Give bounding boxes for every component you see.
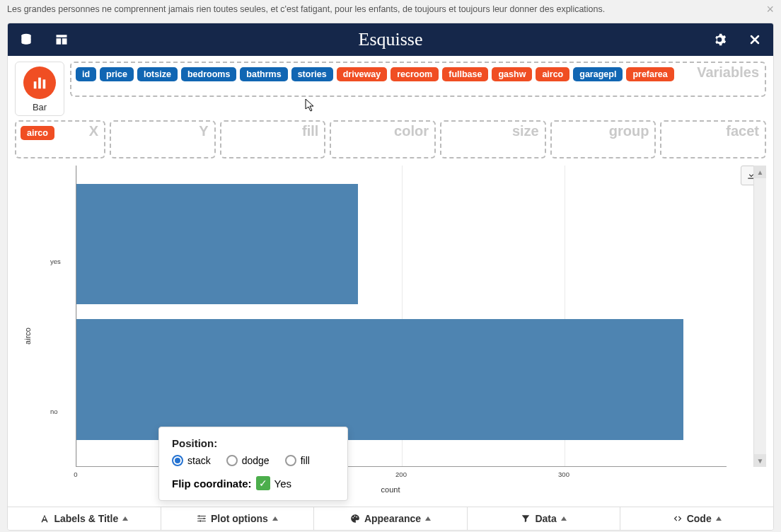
pill-gashw[interactable]: gashw (492, 67, 532, 81)
svg-point-9 (356, 516, 357, 518)
bar-yes (76, 184, 358, 304)
variables-zone-title: Variables (697, 64, 759, 81)
scroll-down-icon[interactable]: ▼ (754, 454, 766, 467)
caret-up-icon (716, 516, 722, 521)
group-dropzone[interactable]: group (550, 120, 656, 158)
y-dropzone[interactable]: Y (110, 120, 216, 158)
radio-stack-label: stack (187, 455, 211, 466)
pill-garagepl[interactable]: garagepl (573, 67, 623, 81)
fill-zone-title: fill (302, 123, 318, 139)
quote-bar: Les grandes personnes ne comprennent jam… (0, 0, 781, 18)
size-dropzone[interactable]: size (440, 120, 546, 158)
position-heading: Position: (172, 437, 335, 449)
y-zone-title: Y (199, 123, 208, 139)
app-header: Esquisse (8, 23, 773, 56)
pill-prefarea[interactable]: prefarea (626, 67, 673, 81)
radio-dot-icon (172, 455, 183, 466)
close-app-icon[interactable] (748, 33, 762, 47)
tab-plotopt-text: Plot options (211, 513, 268, 524)
group-zone-title: group (609, 123, 649, 139)
table-icon[interactable] (54, 33, 69, 47)
x-tick-0: 0 (74, 470, 77, 478)
pill-bedrooms[interactable]: bedrooms (181, 67, 236, 81)
sliders-icon (197, 514, 207, 524)
color-dropzone[interactable]: color (330, 120, 436, 158)
pill-id[interactable]: id (76, 67, 96, 81)
main-panel: Esquisse Bar Variables idpricelotsizebed… (7, 23, 774, 531)
x-tick-300: 300 (558, 470, 569, 478)
gear-icon[interactable] (712, 33, 727, 47)
font-icon (40, 514, 50, 524)
plot-canvas (76, 166, 727, 467)
geom-picker[interactable]: Bar (15, 62, 64, 116)
radio-dodge-label: dodge (242, 455, 270, 466)
svg-point-5 (203, 518, 204, 519)
scroll-up-icon[interactable]: ▲ (754, 166, 766, 178)
size-zone-title: size (512, 123, 539, 139)
pill-airco-x[interactable]: airco (21, 126, 54, 140)
tab-data-text: Data (535, 513, 556, 524)
radio-fill[interactable]: fill (285, 455, 310, 466)
data-icon[interactable] (19, 33, 33, 47)
scroll-track[interactable]: ▲ ▼ (753, 166, 766, 467)
flip-label: Flip coordinate: (172, 478, 252, 490)
pill-lotsize[interactable]: lotsize (137, 67, 178, 81)
x-axis-label: count (381, 485, 400, 494)
pill-fullbase[interactable]: fullbase (442, 67, 488, 81)
brand-title: Esquisse (359, 29, 423, 50)
tab-appearance[interactable]: Appearance (314, 507, 468, 530)
palette-icon (350, 514, 360, 524)
pill-price[interactable]: price (100, 67, 134, 81)
bar-chart-icon (23, 66, 56, 99)
y-tick-no: no (50, 407, 58, 415)
geom-label: Bar (18, 102, 61, 112)
facet-zone-title: facet (726, 123, 759, 139)
radio-stack[interactable]: stack (172, 455, 211, 466)
y-tick-yes: yes (50, 257, 61, 265)
close-icon[interactable]: × (766, 3, 774, 16)
footer-tabs: Labels & Title Plot options Appearance D… (8, 507, 773, 530)
radio-dodge[interactable]: dodge (226, 455, 270, 466)
variables-dropzone[interactable]: Variables idpricelotsizebedroomsbathrmss… (70, 62, 766, 97)
bar-no (76, 319, 683, 439)
svg-rect-1 (34, 81, 37, 88)
code-icon (673, 514, 683, 524)
svg-rect-2 (38, 78, 41, 89)
tab-code-text: Code (687, 513, 712, 524)
tab-appearance-text: Appearance (364, 513, 421, 524)
tab-code[interactable]: Code (620, 507, 773, 530)
flip-value: Yes (274, 478, 291, 490)
x-dropzone[interactable]: airco X (15, 120, 105, 158)
tab-labels-title[interactable]: Labels & Title (8, 507, 161, 530)
chart-area: ▲ ▼ airco count yes no 0 200 300 (15, 166, 766, 507)
svg-rect-3 (43, 79, 46, 88)
facet-dropzone[interactable]: facet (660, 120, 766, 158)
caret-up-icon (122, 516, 128, 521)
caret-up-icon (561, 516, 567, 521)
color-zone-title: color (394, 123, 429, 139)
check-icon[interactable]: ✓ (256, 476, 270, 490)
svg-point-4 (198, 515, 199, 516)
radio-dot-icon (285, 455, 296, 466)
plot-options-popup: Position: stack dodge fill Flip coordina… (158, 427, 348, 501)
caret-up-icon (272, 516, 278, 521)
radio-fill-label: fill (301, 455, 310, 466)
svg-point-7 (352, 517, 354, 519)
fill-dropzone[interactable]: fill (220, 120, 326, 158)
tab-data[interactable]: Data (468, 507, 621, 530)
x-zone-title: X (89, 123, 98, 139)
y-axis-label: airco (23, 328, 32, 345)
radio-dot-icon (226, 455, 238, 466)
tab-labels-text: Labels & Title (54, 513, 118, 524)
svg-point-6 (199, 520, 201, 521)
caret-up-icon (425, 516, 431, 521)
pill-stories[interactable]: stories (291, 67, 333, 81)
pill-recroom[interactable]: recroom (390, 67, 439, 81)
x-tick-200: 200 (395, 470, 407, 478)
quote-text: Les grandes personnes ne comprennent jam… (7, 4, 605, 14)
filter-icon (521, 514, 531, 524)
pill-bathrms[interactable]: bathrms (240, 67, 287, 81)
pill-driveway[interactable]: driveway (337, 67, 388, 81)
pill-airco[interactable]: airco (536, 67, 569, 81)
tab-plot-options[interactable]: Plot options (161, 507, 315, 530)
